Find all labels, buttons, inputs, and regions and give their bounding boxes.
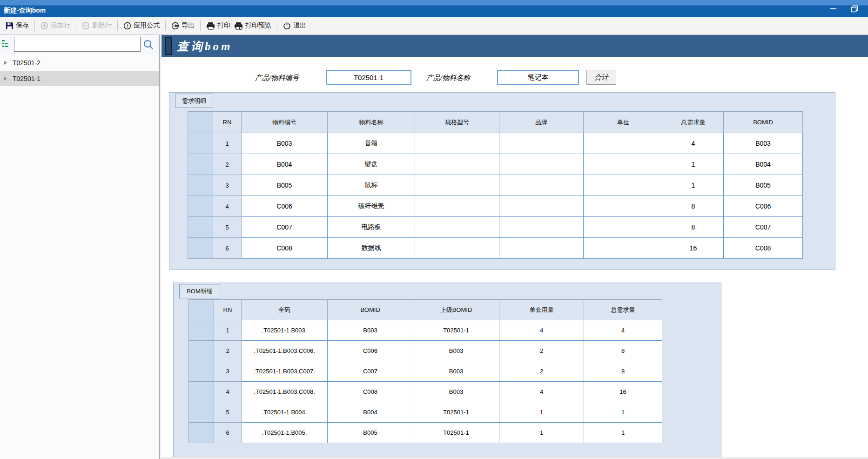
table-cell[interactable]: 1 — [584, 423, 662, 443]
table-cell[interactable]: 1 — [663, 154, 724, 175]
table-cell[interactable]: .T02501-1.B003. — [242, 320, 328, 341]
table-cell[interactable]: B003 — [413, 382, 499, 402]
table-cell[interactable]: 键盘 — [328, 154, 415, 175]
row-number-cell[interactable]: 2 — [214, 341, 242, 361]
table-cell[interactable]: 2 — [499, 341, 584, 361]
row-number-cell[interactable]: 3 — [214, 361, 242, 382]
table-cell[interactable]: 4 — [663, 133, 724, 154]
table-cell[interactable]: 电路板 — [328, 217, 415, 238]
table-cell[interactable] — [499, 154, 584, 175]
table-cell[interactable]: .T02501-1.B003.C008. — [242, 382, 328, 402]
table-cell[interactable]: B003 — [413, 341, 499, 361]
minimize-button[interactable] — [826, 4, 840, 14]
row-selector[interactable] — [189, 361, 214, 382]
row-number-cell[interactable]: 5 — [214, 402, 242, 423]
table-cell[interactable] — [415, 175, 499, 196]
table-cell[interactable]: C007 — [328, 361, 413, 382]
table-cell[interactable] — [415, 196, 499, 217]
row-number-cell[interactable]: 6 — [213, 238, 242, 259]
table-cell[interactable]: B003 — [328, 320, 413, 341]
product-code-input[interactable] — [326, 70, 411, 85]
table-cell[interactable]: C007 — [242, 217, 328, 238]
table-cell[interactable]: .T02501-1.B005. — [242, 423, 328, 443]
row-selector[interactable] — [189, 402, 214, 423]
table-cell[interactable] — [499, 196, 584, 217]
row-number-cell[interactable]: 6 — [214, 423, 242, 443]
row-selector[interactable] — [188, 175, 213, 196]
table-cell[interactable]: 1 — [584, 402, 662, 423]
row-selector[interactable] — [189, 341, 214, 361]
row-selector[interactable] — [189, 320, 214, 341]
table-cell[interactable]: 4 — [499, 382, 584, 402]
total-button[interactable]: 合计 — [586, 70, 616, 85]
row-selector[interactable] — [188, 217, 213, 238]
table-cell[interactable]: 1 — [499, 423, 584, 443]
table-cell[interactable]: 8 — [584, 341, 662, 361]
table-cell[interactable]: C006 — [724, 196, 803, 217]
table-cell[interactable] — [584, 133, 663, 154]
row-selector[interactable] — [188, 154, 213, 175]
table-cell[interactable] — [499, 175, 584, 196]
table-cell[interactable]: 音箱 — [328, 133, 415, 154]
restore-button[interactable] — [848, 4, 861, 14]
table-cell[interactable]: T02501-1 — [413, 320, 499, 341]
apply-formula-button[interactable]: f 应用公式 — [121, 21, 161, 30]
tab-bom-detail[interactable]: BOM明细 — [179, 284, 220, 298]
row-selector[interactable] — [189, 382, 214, 402]
table-cell[interactable]: T02501-1 — [413, 423, 499, 443]
table-cell[interactable]: T02501-1 — [413, 402, 499, 423]
table-cell[interactable]: .T02501-1.B003.C007. — [242, 361, 328, 382]
table-cell[interactable]: B005 — [724, 175, 803, 196]
table-cell[interactable]: 鼠标 — [328, 175, 415, 196]
table-cell[interactable]: 4 — [499, 320, 584, 341]
table-cell[interactable]: 碳纤维壳 — [328, 196, 415, 217]
exit-button[interactable]: 退出 — [281, 21, 308, 30]
table-cell[interactable]: 4 — [584, 320, 662, 341]
row-number-cell[interactable]: 4 — [214, 382, 242, 402]
row-selector[interactable] — [189, 423, 214, 443]
table-cell[interactable]: 16 — [584, 382, 662, 402]
print-button[interactable]: 打印 — [204, 21, 232, 30]
table-cell[interactable] — [584, 175, 663, 196]
row-selector[interactable] — [188, 238, 213, 259]
table-cell[interactable]: .T02501-1.B004. — [242, 402, 328, 423]
search-icon[interactable] — [142, 39, 155, 51]
row-number-cell[interactable]: 4 — [213, 196, 242, 217]
table-cell[interactable] — [584, 154, 663, 175]
table-cell[interactable]: B005 — [242, 175, 328, 196]
table-cell[interactable] — [584, 196, 663, 217]
row-number-cell[interactable]: 1 — [213, 133, 242, 154]
table-cell[interactable]: C008 — [242, 238, 328, 259]
table-cell[interactable]: C008 — [724, 238, 803, 259]
table-cell[interactable]: B003 — [413, 361, 499, 382]
table-cell[interactable]: B004 — [724, 154, 803, 175]
tab-demand-detail[interactable]: 需求明细 — [175, 94, 213, 108]
save-button[interactable]: 保存 — [4, 21, 31, 30]
table-cell[interactable] — [499, 133, 584, 154]
table-cell[interactable]: 1 — [663, 175, 724, 196]
table-cell[interactable]: C006 — [328, 341, 413, 361]
table-cell[interactable]: B004 — [328, 402, 413, 423]
table-cell[interactable] — [499, 238, 584, 259]
table-cell[interactable] — [415, 238, 499, 259]
table-cell[interactable] — [415, 133, 499, 154]
print-preview-button[interactable]: 打印预览 — [232, 21, 273, 30]
row-number-cell[interactable]: 5 — [213, 217, 242, 238]
table-cell[interactable]: 8 — [584, 361, 662, 382]
table-cell[interactable]: 16 — [663, 238, 724, 259]
table-cell[interactable]: 8 — [663, 196, 724, 217]
table-cell[interactable] — [415, 217, 499, 238]
row-number-cell[interactable]: 2 — [213, 154, 242, 175]
sidebar-item-t02501-2[interactable]: T02501-2 — [0, 55, 159, 70]
table-cell[interactable] — [415, 154, 499, 175]
export-button[interactable]: 导出 — [169, 21, 196, 30]
table-cell[interactable]: C007 — [724, 217, 803, 238]
table-cell[interactable] — [584, 217, 663, 238]
table-cell[interactable]: 2 — [499, 361, 584, 382]
table-cell[interactable] — [499, 217, 584, 238]
table-cell[interactable]: C006 — [242, 196, 328, 217]
product-name-input[interactable] — [497, 70, 579, 85]
table-cell[interactable] — [584, 238, 663, 259]
search-input[interactable] — [14, 37, 141, 52]
table-cell[interactable]: C008 — [328, 382, 413, 402]
